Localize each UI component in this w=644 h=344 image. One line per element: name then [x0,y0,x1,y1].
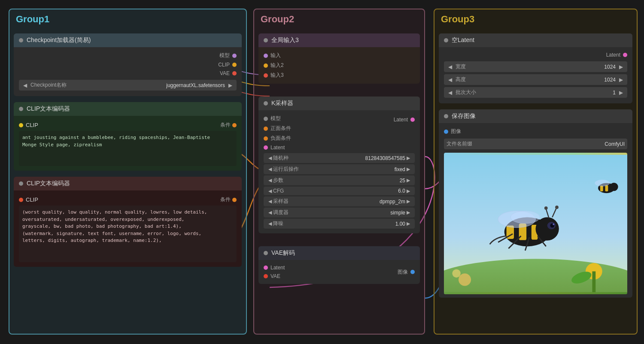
clip2-input-label: CLIP [19,196,38,203]
svg-point-12 [553,223,554,225]
vae-image-dot [410,270,415,274]
checkpoint-name-label: Checkpoint名称 [30,81,67,89]
input3-dot [264,73,268,78]
sampler-next[interactable]: ▶ [405,199,411,204]
steps-prev[interactable]: ◀ [267,178,273,183]
clip2-node: CLIP文本编码器 CLIP 条件 (worst quality, low qu [14,177,242,267]
clip-output-row: CLIP [19,60,237,69]
width-next-btn[interactable]: ▶ [617,64,625,70]
save-image-header: 保存图像 [439,109,632,123]
ksampler-latent-dot [264,145,268,150]
seed-next[interactable]: ▶ [405,155,411,161]
batch-next-btn[interactable]: ▶ [617,90,625,96]
group3-title: Group3 [434,9,637,29]
empty-latent-title: 空Latent [452,36,474,44]
latent-output-dot [623,53,627,57]
denoise-prev[interactable]: ◀ [267,221,273,226]
height-prev-btn[interactable]: ◀ [447,77,454,83]
ksampler-pos-input: 正面条件 [264,124,291,133]
empty-latent-header: 空Latent [439,33,632,47]
steps-next[interactable]: ▶ [405,178,411,183]
vae-decode-node: VAE解码 Latent VAE [258,246,420,284]
clip2-cond-dot [232,198,237,202]
clip1-header: CLIP文本编码器 [14,102,242,116]
param-denoise: ◀ 降噪 1.00 ▶ [264,219,415,229]
denoise-next[interactable]: ▶ [405,221,411,226]
svg-point-16 [555,205,559,209]
latent-output-label: Latent [606,52,620,58]
batch-prev-btn[interactable]: ◀ [447,90,454,96]
clip1-node: CLIP文本编码器 CLIP 条件 ant jousting against a [14,102,242,171]
input3-row: 输入3 [264,70,415,80]
width-prev-btn[interactable]: ◀ [447,64,454,70]
svg-point-27 [595,180,610,187]
clip1-input-label: CLIP [19,122,38,128]
svg-point-18 [510,211,540,223]
filename-label: 文件名前缀 [447,140,472,148]
clip2-io-row: CLIP 条件 [19,194,237,205]
clip2-text[interactable]: (worst quality, low quality, normal qual… [19,205,237,262]
ksampler-neg-dot [264,136,268,141]
save-image-input-row: 图像 [444,127,627,136]
ksampler-model-dot [264,117,268,121]
clip2-output-label: 条件 [220,196,237,203]
height-next-btn[interactable]: ▶ [617,77,625,83]
group1: Group1 Checkpoint加载器(简易) 模型 CLIP [9,9,247,335]
save-image-node: 保存图像 图像 文件名前缀 ComfyUI [439,109,632,298]
ksampler-latent-output: Latent [394,115,415,124]
model-output-label: 模型 [219,52,230,59]
svg-point-29 [452,269,460,278]
vae-output-dot [232,71,237,75]
empty-latent-node: 空Latent Latent ◀ 宽度 1024 ▶ ◀ 高 [439,33,632,103]
svg-rect-3 [592,272,595,293]
global-input-node: 全局输入3 输入 输入2 输入3 [258,33,420,84]
ksampler-pos-dot [264,127,268,131]
param-after: ◀ 运行后操作 fixed ▶ [264,164,415,174]
input3-label: 输入3 [270,72,284,79]
global-input-title: 全局输入3 [271,36,299,44]
sched-next[interactable]: ▶ [405,210,411,215]
clip1-status-dot [19,107,23,111]
ksampler-header: K采样器 [258,97,420,110]
save-image-status-dot [444,114,448,118]
vae-decode-status-dot [264,251,268,255]
input2-label: 输入2 [270,62,284,69]
seed-prev[interactable]: ◀ [267,155,273,161]
clip1-output-label: 条件 [220,121,237,129]
group3: Group3 空Latent Latent ◀ 宽度 1024 [434,9,638,335]
checkpoint-header: Checkpoint加载器(简易) [14,33,242,47]
checkpoint-name-value: juggernautXL.safetensors [68,82,225,88]
ksampler-latent-input: Latent [264,143,291,152]
checkpoint-prev-btn[interactable]: ◀ [21,82,29,88]
checkpoint-node: Checkpoint加载器(简易) 模型 CLIP VAE [14,33,242,96]
checkpoint-next-btn[interactable]: ▶ [227,82,234,88]
save-image-input-label: 图像 [451,128,461,135]
empty-latent-status-dot [444,38,448,42]
clip-output-label: CLIP [218,62,230,68]
vae-decode-header: VAE解码 [258,246,420,260]
sampler-prev[interactable]: ◀ [267,199,273,204]
svg-point-26 [610,183,618,191]
clip1-cond-dot [232,123,237,127]
ksampler-title: K采样器 [271,100,293,107]
checkpoint-status-dot [19,38,23,42]
cfg-next[interactable]: ▶ [405,188,411,194]
sched-prev[interactable]: ◀ [267,210,273,215]
clip2-header: CLIP文本编码器 [14,177,242,190]
batch-row: ◀ 批次大小 1 ▶ [444,87,627,98]
vae-latent-dot [264,266,268,270]
ksampler-model-input: 模型 [264,114,291,124]
checkpoint-name-row: ◀ Checkpoint名称 juggernautXL.safetensors … [19,80,237,91]
param-scheduler: ◀ 调度器 simple ▶ [264,208,415,217]
model-output-dot [232,54,237,58]
after-prev[interactable]: ◀ [267,166,273,172]
vae-image-output: 图像 [398,267,415,277]
height-row: ◀ 高度 1024 ▶ [444,74,627,85]
input1-dot [264,54,268,58]
after-next[interactable]: ▶ [405,166,411,172]
group2: Group2 全局输入3 输入 输入2 [253,9,425,335]
global-input-dot [264,38,268,42]
clip1-text[interactable]: ant jousting against a bumblebee, riding… [19,131,237,166]
save-image-input-dot [444,130,448,134]
cfg-prev[interactable]: ◀ [267,188,273,194]
